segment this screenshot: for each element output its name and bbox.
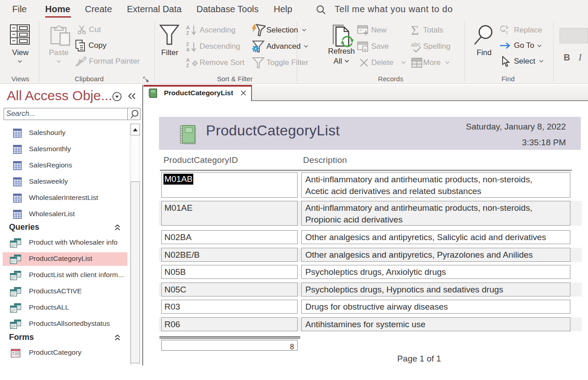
- svg-text:A: A: [186, 57, 190, 63]
- svg-text:Z: Z: [186, 63, 189, 68]
- svg-text:c: c: [506, 30, 508, 35]
- svg-text:Z: Z: [186, 30, 189, 36]
- svg-text:A: A: [186, 25, 190, 30]
- svg-text:abc: abc: [411, 42, 420, 48]
- svg-text:b: b: [506, 25, 509, 30]
- svg-text:Z: Z: [186, 42, 189, 47]
- svg-text:A: A: [186, 47, 190, 52]
